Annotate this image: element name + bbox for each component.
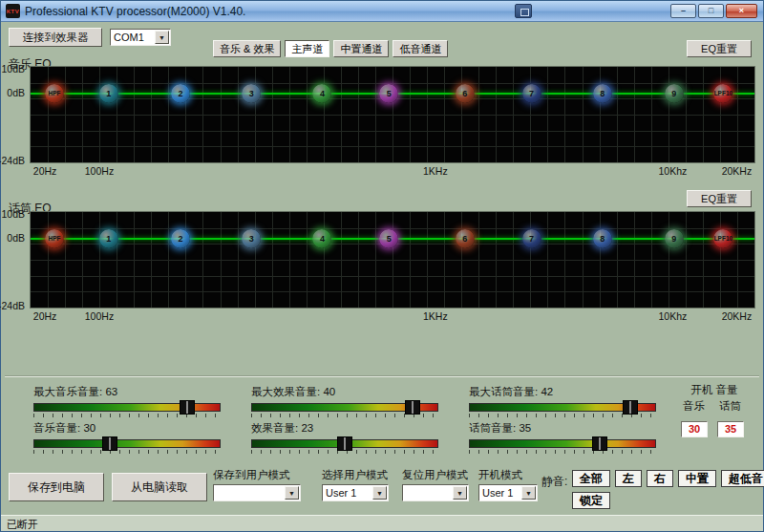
select-value: User 1 — [326, 487, 356, 499]
eq-band-6[interactable]: 6 — [456, 229, 475, 248]
eq-band-2[interactable]: 2 — [171, 229, 190, 248]
select-value: User 1 — [482, 487, 513, 499]
eq-band-lpf10[interactable]: LPF10 — [713, 84, 732, 103]
slider-track[interactable] — [469, 439, 656, 448]
mic-volume-slider[interactable] — [469, 437, 656, 455]
dropdown-arrow-icon[interactable]: ▼ — [453, 486, 467, 500]
reset-user-mode-group: 复位用户模式 ▼ — [402, 468, 469, 501]
slider-handle[interactable] — [405, 400, 420, 415]
mute-label: 静音: — [541, 474, 567, 490]
eq-band-hpf[interactable]: HPF — [45, 229, 64, 248]
mute-button-5[interactable]: 超低音 — [721, 470, 764, 487]
eq-band-8[interactable]: 8 — [593, 84, 612, 103]
freq-axis-label: 10Khz — [658, 165, 687, 177]
tab-3[interactable]: 中置通道 — [333, 40, 389, 57]
mic-volume-label: 话筒音量: 35 — [469, 421, 656, 436]
close-button[interactable]: × — [726, 4, 757, 18]
ktv-logo-icon: KTV — [6, 4, 20, 18]
max-mic-volume-slider[interactable] — [469, 401, 656, 418]
ime-indicator-icon[interactable] — [515, 4, 532, 18]
eq-band-3[interactable]: 3 — [242, 229, 261, 248]
music-volume-slider[interactable] — [33, 437, 221, 455]
connect-button[interactable]: 连接到效果器 — [9, 28, 102, 47]
mute-button-1[interactable]: 全部 — [572, 470, 610, 487]
minimize-button[interactable]: – — [670, 4, 696, 18]
com-port-select[interactable]: COM1 ▼ — [110, 29, 171, 46]
eq-band-4[interactable]: 4 — [312, 84, 331, 103]
eq-band-5[interactable]: 5 — [379, 84, 398, 103]
eq-band-2[interactable]: 2 — [171, 84, 190, 103]
slider-handle[interactable] — [623, 400, 638, 415]
effect-volume-slider[interactable] — [251, 437, 438, 455]
power-on-mode-group: 开机模式 User 1 ▼ — [478, 468, 538, 501]
tab-1[interactable]: 音乐 & 效果 — [213, 40, 281, 57]
app-window: KTV Professional KTV processor(M2000) V1… — [0, 0, 764, 532]
eq-band-9[interactable]: 9 — [665, 229, 684, 248]
music-volume-label: 音乐音量: 30 — [33, 421, 221, 436]
grid-line-h — [31, 131, 754, 132]
eq-reset-mic-button[interactable]: EQ重置 — [687, 190, 752, 207]
choose-user-mode-select[interactable]: User 1 ▼ — [322, 484, 389, 501]
eq-band-1[interactable]: 1 — [99, 229, 118, 248]
eq-band-9[interactable]: 9 — [665, 84, 684, 103]
save-user-mode-select[interactable]: ▼ — [213, 484, 301, 501]
grid-line-h — [31, 276, 754, 277]
mic-eq-graph: HPF123456789LPF10 — [30, 211, 755, 309]
eq-band-lpf10[interactable]: LPF10 — [713, 229, 732, 248]
slider-handle[interactable] — [592, 436, 607, 451]
max-effect-volume-slider[interactable] — [251, 401, 438, 418]
tab-2[interactable]: 主声道 — [285, 40, 329, 57]
dropdown-arrow-icon[interactable]: ▼ — [155, 31, 169, 44]
dropdown-arrow-icon[interactable]: ▼ — [372, 486, 387, 500]
eq-band-3[interactable]: 3 — [242, 84, 261, 103]
max-music-volume-slider[interactable] — [33, 401, 221, 418]
mic-eq-ylabels: 10dB 0dB -24dB — [1, 211, 27, 309]
eq-reset-music-button[interactable]: EQ重置 — [687, 40, 752, 57]
power-on-volume: 开机 音量 音乐 话筒 30 35 — [679, 383, 750, 442]
reset-user-mode-select[interactable]: ▼ — [402, 484, 469, 501]
main-content: 连接到效果器 COM1 ▼ 音乐 & 效果主声道中置通道低音通道 EQ重置 音乐… — [1, 22, 763, 515]
dropdown-arrow-icon[interactable]: ▼ — [285, 486, 299, 500]
eq-band-7[interactable]: 7 — [522, 84, 541, 103]
read-from-pc-button[interactable]: 从电脑读取 — [112, 473, 207, 501]
grid-line-h — [31, 83, 754, 84]
save-user-mode-label: 保存到用户模式 — [213, 468, 301, 482]
freq-axis-label: 100Hz — [85, 310, 114, 322]
power-on-title: 开机 音量 — [679, 383, 750, 397]
section-divider — [5, 375, 759, 377]
eq-band-8[interactable]: 8 — [593, 229, 612, 248]
grid-line-h — [31, 146, 754, 147]
y-axis-label: 0dB — [7, 87, 25, 98]
maximize-button[interactable]: □ — [698, 4, 724, 18]
freq-axis-label: 20Hz — [33, 165, 57, 177]
slider-track[interactable] — [33, 439, 221, 448]
freq-axis-label: 100Hz — [85, 165, 114, 177]
eq-band-7[interactable]: 7 — [522, 229, 541, 248]
max-mic-volume-label: 最大话筒音量: 42 — [469, 385, 656, 399]
mute-button-2[interactable]: 左 — [615, 470, 642, 487]
slider-handle[interactable] — [337, 436, 352, 451]
eq-band-5[interactable]: 5 — [379, 229, 398, 248]
slider-handle[interactable] — [180, 400, 195, 415]
eq-band-1[interactable]: 1 — [99, 84, 118, 103]
freq-axis-label: 20Hz — [33, 310, 57, 322]
lock-button[interactable]: 锁定 — [572, 492, 610, 509]
y-axis-label: 10dB — [1, 208, 25, 220]
mute-button-3[interactable]: 右 — [647, 470, 673, 487]
save-to-pc-button[interactable]: 保存到电脑 — [9, 473, 104, 501]
slider-handle[interactable] — [102, 436, 117, 451]
eq-band-4[interactable]: 4 — [312, 229, 331, 248]
tab-4[interactable]: 低音通道 — [393, 40, 448, 57]
power-on-mode-select[interactable]: User 1 ▼ — [478, 484, 538, 501]
freq-axis-label: 1KHz — [423, 310, 448, 322]
power-on-mic-value[interactable]: 35 — [717, 421, 744, 437]
freq-axis-label: 10Khz — [658, 310, 687, 322]
eq-band-6[interactable]: 6 — [456, 84, 475, 103]
mute-button-4[interactable]: 中置 — [678, 470, 716, 487]
max-mic-volume: 最大话筒音量: 42 — [469, 385, 656, 418]
eq-band-hpf[interactable]: HPF — [45, 84, 64, 103]
y-axis-label: -24dB — [0, 300, 25, 311]
dropdown-arrow-icon[interactable]: ▼ — [521, 486, 536, 500]
max-effect-volume-label: 最大效果音量: 40 — [251, 385, 438, 399]
power-on-music-value[interactable]: 30 — [681, 421, 708, 437]
